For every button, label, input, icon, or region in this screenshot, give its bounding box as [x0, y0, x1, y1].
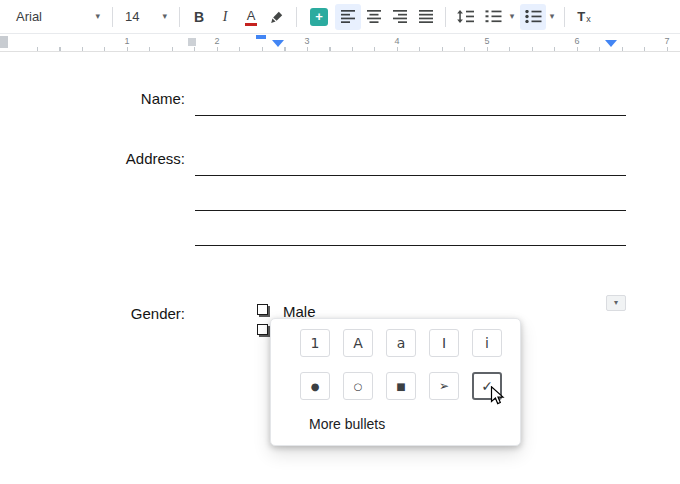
numbered-style-option[interactable]: 1 — [300, 329, 330, 357]
numbered-style-option[interactable]: I — [429, 329, 459, 357]
ruler-mark: 2 — [214, 36, 219, 46]
bullet-style-option[interactable]: ○ — [343, 372, 373, 400]
address-line-3[interactable] — [195, 245, 626, 246]
bullet-style-option[interactable]: ➢ — [429, 372, 459, 400]
toolbar-separator — [112, 7, 113, 27]
address-label[interactable]: Address: — [85, 150, 185, 167]
insert-button[interactable]: + — [310, 8, 328, 26]
italic-icon: I — [223, 9, 228, 25]
italic-button[interactable]: I — [212, 4, 238, 30]
ruler-mark: 5 — [484, 36, 489, 46]
left-margin-marker[interactable] — [188, 38, 196, 46]
numbered-style-row: 1 A a I i — [300, 329, 502, 357]
left-indent-marker[interactable] — [272, 40, 284, 47]
toolbar-separator — [564, 7, 565, 27]
bullet-style-option-check[interactable]: ✓ — [472, 372, 502, 400]
ruler-mark: 3 — [304, 36, 309, 46]
bullet-style-row: ● ○ ■ ➢ ✓ — [300, 372, 502, 400]
first-line-indent-marker[interactable] — [256, 35, 266, 39]
name-line[interactable] — [195, 115, 626, 116]
clear-formatting-button[interactable]: T x — [571, 4, 597, 30]
bullet-style-option[interactable]: ■ — [386, 372, 416, 400]
ruler-margin-block — [0, 36, 8, 48]
gender-label[interactable]: Gender: — [85, 305, 185, 322]
bullet-list-caret[interactable]: ▾ — [546, 4, 558, 30]
chevron-down-icon: ▾ — [510, 12, 515, 21]
numbered-list-button[interactable] — [480, 4, 506, 30]
numbered-style-option[interactable]: a — [386, 329, 416, 357]
align-center-button[interactable] — [361, 4, 387, 30]
align-left-button[interactable] — [335, 4, 361, 30]
ruler-mark: 1 — [124, 36, 129, 46]
more-bullets-item[interactable]: More bullets — [309, 416, 502, 432]
clear-formatting-icon: T — [577, 9, 585, 24]
line-spacing-button[interactable] — [452, 4, 478, 30]
right-indent-marker[interactable] — [605, 40, 617, 47]
ruler-mark: 4 — [394, 36, 399, 46]
align-justify-icon — [419, 10, 434, 23]
bold-button[interactable]: B — [186, 4, 212, 30]
numbered-style-option[interactable]: A — [343, 329, 373, 357]
align-left-icon — [341, 10, 356, 23]
plus-icon: + — [315, 9, 323, 24]
line-spacing-icon — [457, 10, 474, 23]
bullet-style-popup: 1 A a I i ● ○ ■ ➢ ✓ More bullets — [270, 318, 521, 446]
checkbox-bullet[interactable] — [257, 304, 268, 315]
chevron-down-icon: ▾ — [162, 12, 167, 21]
numbered-style-option[interactable]: i — [472, 329, 502, 357]
text-color-button[interactable]: A — [238, 4, 264, 30]
bullet-list-button[interactable] — [520, 4, 546, 30]
bullet-style-option[interactable]: ● — [300, 372, 330, 400]
bold-icon: B — [194, 9, 204, 25]
ruler-mark: 6 — [574, 36, 579, 46]
text-color-icon: A — [247, 8, 256, 23]
chevron-down-icon: ▾ — [550, 12, 555, 21]
align-center-icon — [367, 10, 382, 23]
align-right-icon — [393, 10, 408, 23]
font-family-select[interactable]: Arial ▾ — [10, 6, 106, 27]
checkbox-bullet[interactable] — [257, 324, 268, 335]
toolbar: Arial ▾ 14 ▾ B I A + — [0, 0, 680, 34]
numbered-list-icon — [485, 10, 502, 23]
address-line-1[interactable] — [195, 175, 626, 176]
highlight-color-button[interactable] — [264, 4, 290, 30]
font-size-select[interactable]: 14 ▾ — [119, 6, 173, 27]
align-right-button[interactable] — [387, 4, 413, 30]
text-color-bar — [245, 23, 257, 26]
align-justify-button[interactable] — [413, 4, 439, 30]
document-canvas[interactable]: Name: Address: Gender: Male ▾ 1 A a I i … — [0, 52, 680, 484]
toolbar-separator — [445, 7, 446, 27]
font-family-value: Arial — [16, 9, 42, 24]
ruler[interactable]: 1 2 3 4 5 6 7 — [0, 34, 680, 52]
bullet-list-icon — [525, 10, 542, 23]
toolbar-separator — [296, 7, 297, 27]
toolbar-separator — [179, 7, 180, 27]
chevron-down-icon: ▾ — [614, 299, 618, 307]
highlighter-pen-icon — [270, 9, 285, 24]
address-line-2[interactable] — [195, 210, 626, 211]
name-label[interactable]: Name: — [85, 90, 185, 107]
font-size-value: 14 — [125, 9, 139, 24]
chevron-down-icon: ▾ — [95, 12, 100, 21]
numbered-list-caret[interactable]: ▾ — [506, 4, 518, 30]
inline-dropdown-button[interactable]: ▾ — [606, 295, 626, 311]
ruler-mark: 7 — [664, 36, 669, 46]
